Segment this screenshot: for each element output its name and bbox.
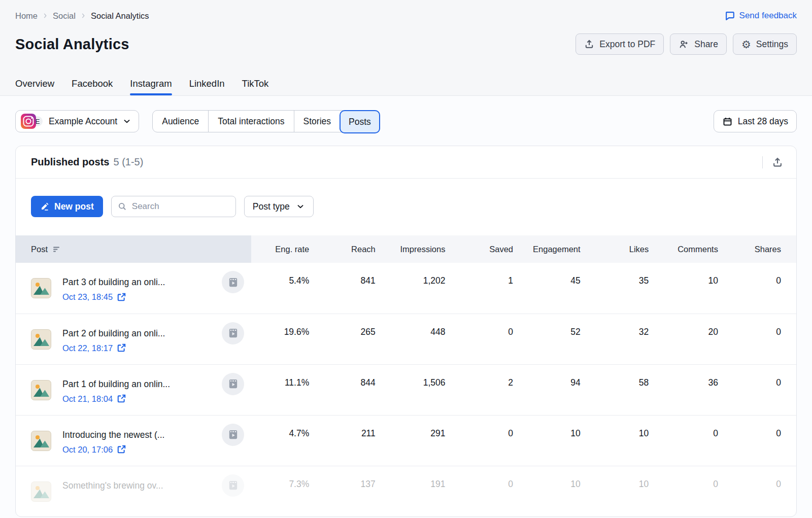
post-thumbnail-icon [31, 380, 51, 400]
segment-total-interactions[interactable]: Total interactions [208, 111, 293, 132]
cell-saved: 1 [445, 263, 513, 314]
date-range-selector[interactable]: Last 28 days [714, 110, 797, 132]
external-link-icon [117, 292, 126, 302]
cell-engagement: 52 [513, 314, 581, 364]
page-title: Social Analytics [15, 36, 129, 53]
share-button[interactable]: Share [670, 33, 727, 55]
header-actions: Export to PDF Share ⚙ Settings [576, 33, 797, 55]
cell-impressions: 448 [376, 314, 446, 364]
cell-reach: 211 [309, 415, 376, 466]
cell-eng-rate: 19.6% [251, 314, 309, 364]
post-thumbnail-icon [31, 481, 51, 502]
report-segmented-control: Audience Total interactions Stories Post… [152, 110, 380, 132]
post-date-link[interactable]: Oct 23, 18:45 [62, 291, 165, 303]
post-date-link[interactable]: Oct 22, 18:17 [62, 342, 165, 354]
cell-eng-rate: 5.4% [251, 263, 309, 314]
cell-likes: 58 [581, 364, 649, 415]
breadcrumb-home[interactable]: Home [15, 11, 38, 21]
column-header-engagement[interactable]: Engagement [513, 235, 581, 263]
cell-likes: 10 [581, 415, 649, 466]
cell-reach: 841 [309, 263, 376, 314]
reel-video-icon [222, 322, 244, 344]
pencil-icon [40, 202, 49, 211]
send-feedback-link[interactable]: Send feedback [724, 10, 797, 21]
chevron-down-icon [122, 117, 131, 126]
cell-engagement: 10 [513, 466, 581, 516]
cell-impressions: 291 [376, 415, 446, 466]
chevron-down-icon [296, 202, 305, 211]
cell-shares: 0 [718, 364, 796, 415]
cell-saved: 0 [445, 314, 513, 364]
cell-impressions: 1,202 [376, 263, 446, 314]
column-header-likes[interactable]: Likes [581, 235, 649, 263]
column-header-shares[interactable]: Shares [718, 235, 796, 263]
cell-engagement: 45 [513, 263, 581, 314]
account-selector[interactable]: E Example Account [15, 110, 139, 132]
external-link-icon [117, 394, 126, 403]
cell-reach: 265 [309, 314, 376, 364]
cell-comments: 0 [649, 466, 718, 516]
cell-reach: 137 [309, 466, 376, 516]
post-thumbnail-icon [31, 431, 51, 451]
reel-video-icon [222, 271, 244, 293]
export-table-button[interactable] [772, 157, 783, 168]
cell-impressions: 1,506 [376, 364, 446, 415]
column-header-saved[interactable]: Saved [445, 235, 513, 263]
cell-saved: 0 [445, 466, 513, 516]
reel-video-icon [222, 474, 244, 497]
column-header-post[interactable]: Post [16, 235, 251, 263]
post-thumbnail-icon [31, 278, 51, 298]
segment-audience[interactable]: Audience [153, 111, 208, 132]
post-title: Part 2 of building an onli... [62, 327, 165, 340]
published-posts-card: Published posts 5 (1-5) New post [15, 146, 797, 517]
posts-table: Post Eng. rate Reach Impressions Saved E… [16, 235, 796, 516]
search-input[interactable] [111, 196, 236, 217]
column-header-reach[interactable]: Reach [309, 235, 376, 263]
table-row[interactable]: Part 2 of building an onli... Oct 22, 18… [16, 314, 796, 364]
column-header-impressions[interactable]: Impressions [376, 235, 446, 263]
magnifier-icon [117, 201, 127, 214]
chat-bubble-icon [724, 10, 735, 21]
calendar-icon [722, 116, 733, 127]
segment-posts[interactable]: Posts [340, 110, 380, 133]
reel-video-icon [222, 373, 244, 395]
post-title: Something's brewing ov... [62, 479, 163, 492]
settings-button[interactable]: ⚙ Settings [733, 33, 797, 55]
sort-desc-icon [53, 246, 60, 253]
post-type-dropdown[interactable]: Post type [244, 196, 314, 217]
instagram-icon [21, 114, 36, 129]
post-date-link[interactable]: Oct 21, 18:04 [62, 393, 170, 405]
cell-likes: 10 [581, 466, 649, 516]
table-row[interactable]: Part 1 of building an onlin... Oct 21, 1… [16, 364, 796, 415]
tab-instagram[interactable]: Instagram [130, 78, 172, 95]
tab-linkedin[interactable]: LinkedIn [189, 78, 225, 95]
cell-shares: 0 [718, 466, 796, 516]
post-title: Part 1 of building an onlin... [62, 377, 170, 391]
divider [762, 156, 763, 168]
post-title: Introducing the newest (... [62, 428, 164, 441]
upload-icon [584, 39, 594, 49]
cell-eng-rate: 7.3% [251, 466, 309, 516]
column-header-eng-rate[interactable]: Eng. rate [251, 235, 309, 263]
table-row[interactable]: Part 3 of building an onli... Oct 23, 18… [16, 263, 796, 314]
tab-tiktok[interactable]: TikTok [242, 78, 269, 95]
cell-engagement: 10 [513, 415, 581, 466]
post-date-link[interactable]: Oct 20, 17:06 [62, 443, 164, 456]
table-row[interactable]: Something's brewing ov... 7.3% 137 191 0… [16, 466, 796, 516]
tab-facebook[interactable]: Facebook [72, 78, 113, 95]
panel-title: Published posts [31, 156, 109, 168]
segment-stories[interactable]: Stories [294, 111, 340, 132]
breadcrumb-social[interactable]: Social [53, 11, 76, 21]
cell-eng-rate: 11.1% [251, 364, 309, 415]
panel-count: 5 (1-5) [113, 156, 143, 168]
page-header-section: Home Social Social Analytics Send feedba… [0, 0, 812, 96]
reel-video-icon [222, 424, 244, 446]
export-to-pdf-button[interactable]: Export to PDF [576, 33, 664, 55]
column-header-comments[interactable]: Comments [649, 235, 718, 263]
tab-overview[interactable]: Overview [15, 78, 54, 95]
new-post-button[interactable]: New post [31, 196, 103, 217]
cell-comments: 10 [649, 263, 718, 314]
table-row[interactable]: Introducing the newest (... Oct 20, 17:0… [16, 415, 796, 466]
cell-saved: 0 [445, 415, 513, 466]
breadcrumb: Home Social Social Analytics Send feedba… [15, 0, 797, 21]
